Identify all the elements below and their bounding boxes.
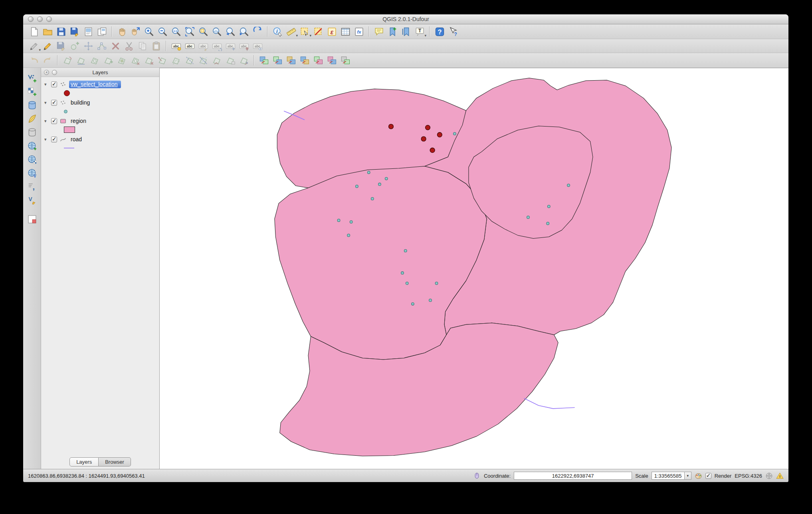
- new-print-composer-button[interactable]: [82, 26, 95, 38]
- layer-visibility-checkbox[interactable]: [51, 118, 57, 124]
- title-bar[interactable]: QGIS 2.0.1-Dufour: [23, 14, 788, 24]
- open-project-button[interactable]: [41, 26, 54, 38]
- evis-browser-button[interactable]: [298, 54, 311, 66]
- merge-attributes-button[interactable]: [224, 54, 237, 66]
- text-annotation-button[interactable]: T▾: [413, 26, 426, 38]
- redo-button[interactable]: [41, 54, 54, 66]
- refresh-map-button[interactable]: [251, 26, 264, 38]
- zoom-window-button[interactable]: [46, 16, 52, 22]
- render-checkbox[interactable]: [705, 473, 711, 479]
- save-project-as-button[interactable]: [68, 26, 81, 38]
- split-features-button[interactable]: [183, 54, 196, 66]
- layer-visibility-checkbox[interactable]: [51, 136, 57, 142]
- node-tool-button[interactable]: [95, 40, 108, 52]
- new-bookmark-button[interactable]: [386, 26, 399, 38]
- change-label-button[interactable]: abc: [197, 40, 210, 52]
- add-mssql-layer-button[interactable]: [26, 126, 38, 138]
- zoom-next-button[interactable]: [238, 26, 250, 38]
- zoom-to-selection-button[interactable]: [197, 26, 210, 38]
- add-postgis-layer-button[interactable]: [26, 99, 38, 111]
- text-annotation-dropdown-arrow[interactable]: ▾: [424, 34, 426, 38]
- georeferencer-button[interactable]: [257, 54, 270, 66]
- open-attribute-table-button[interactable]: [339, 26, 352, 38]
- add-raster-layer-button[interactable]: [26, 85, 38, 97]
- map-tips-button[interactable]: [372, 26, 385, 38]
- add-wfs-layer-button[interactable]: V: [26, 167, 38, 179]
- dxf2shp-converter-button[interactable]: [285, 54, 297, 66]
- offset-curve-button[interactable]: [170, 54, 182, 66]
- select-features-button[interactable]: ▾: [298, 26, 311, 38]
- rotate-point-symbols-button[interactable]: [238, 54, 250, 66]
- label-settings-button[interactable]: abc: [183, 40, 196, 52]
- gps-tools-button[interactable]: [271, 54, 284, 66]
- fill-ring-button[interactable]: [115, 54, 128, 66]
- zoom-in-button[interactable]: [143, 26, 155, 38]
- new-project-button[interactable]: [28, 26, 40, 38]
- show-bookmarks-button[interactable]: [400, 26, 412, 38]
- expand-arrow-icon[interactable]: ▾: [44, 119, 49, 124]
- spatial-query-button[interactable]: [325, 54, 338, 66]
- rotate-label-button[interactable]: abc: [210, 40, 223, 52]
- move-label-button[interactable]: abc: [224, 40, 237, 52]
- zoom-full-button[interactable]: [183, 26, 196, 38]
- add-ring-button[interactable]: [88, 54, 101, 66]
- save-layer-edits-button[interactable]: [55, 40, 67, 52]
- delete-ring-button[interactable]: [129, 54, 142, 66]
- scale-combo[interactable]: 1:33565585 ▾: [652, 472, 691, 480]
- new-shapefile-layer-button[interactable]: V: [26, 194, 38, 206]
- pin-labels-button[interactable]: abc: [238, 40, 250, 52]
- layer-item-road[interactable]: ▾ road: [41, 134, 159, 144]
- new-spatialite-layer-button[interactable]: [26, 213, 38, 225]
- select-by-expression-button[interactable]: ε: [325, 26, 338, 38]
- pan-to-selection-button[interactable]: [129, 26, 142, 38]
- merge-features-button[interactable]: [210, 54, 223, 66]
- expand-arrow-icon[interactable]: ▾: [44, 82, 49, 87]
- rotate-feature-button[interactable]: [61, 54, 74, 66]
- panel-close-button[interactable]: ×: [44, 70, 49, 75]
- stop-render-icon[interactable]: [695, 472, 702, 480]
- move-feature-button[interactable]: [82, 40, 95, 52]
- measure-dropdown-arrow[interactable]: ▾: [296, 34, 298, 38]
- layer-item-building[interactable]: ▾ building: [41, 98, 159, 107]
- expand-arrow-icon[interactable]: ▾: [44, 100, 49, 105]
- add-wms-layer-button[interactable]: [26, 140, 38, 152]
- add-part-button[interactable]: [102, 54, 115, 66]
- expand-arrow-icon[interactable]: ▾: [44, 137, 49, 142]
- layer-item-region[interactable]: ▾ region: [41, 116, 159, 126]
- mouse-position-icon[interactable]: [473, 472, 481, 480]
- delete-selected-button[interactable]: [109, 40, 122, 52]
- copy-features-button[interactable]: [136, 40, 149, 52]
- road-graph-button[interactable]: [312, 54, 325, 66]
- map-canvas[interactable]: [160, 68, 788, 469]
- deselect-features-button[interactable]: [312, 26, 325, 38]
- field-calculator-button[interactable]: fx: [353, 26, 365, 38]
- minimize-window-button[interactable]: [37, 16, 43, 22]
- current-edits-dropdown-arrow[interactable]: ▾: [39, 48, 41, 52]
- toggle-editing-button[interactable]: [41, 40, 54, 52]
- undo-button[interactable]: [28, 54, 40, 66]
- identify-features-button[interactable]: i: [271, 26, 284, 38]
- scale-dropdown-arrow-icon[interactable]: ▾: [684, 472, 691, 479]
- zoom-to-layer-button[interactable]: [210, 26, 223, 38]
- add-spatialite-layer-button[interactable]: [26, 113, 38, 125]
- add-feature-button[interactable]: [68, 40, 81, 52]
- close-window-button[interactable]: [28, 16, 34, 22]
- tab-browser[interactable]: Browser: [99, 457, 131, 467]
- whats-this-button[interactable]: ?: [447, 26, 459, 38]
- layer-visibility-checkbox[interactable]: [51, 81, 57, 87]
- add-delimited-text-layer-button[interactable]: ,: [26, 180, 38, 192]
- paste-features-button[interactable]: [150, 40, 162, 52]
- messages-warning-icon[interactable]: !: [776, 472, 784, 480]
- show-hide-labels-button[interactable]: abc: [251, 40, 264, 52]
- zoom-native-button[interactable]: 1:1: [170, 26, 182, 38]
- layer-visibility-checkbox[interactable]: [51, 100, 57, 106]
- delete-part-button[interactable]: [143, 54, 155, 66]
- zoom-last-button[interactable]: [224, 26, 237, 38]
- tab-layers[interactable]: Layers: [69, 457, 99, 467]
- crs-status-icon[interactable]: [765, 472, 773, 480]
- add-vector-layer-button[interactable]: [26, 72, 38, 84]
- split-parts-button[interactable]: [197, 54, 210, 66]
- measure-button[interactable]: ▾: [285, 26, 297, 38]
- layer-item-vw-select-location[interactable]: ▾ vw_select_location: [41, 79, 159, 89]
- select-features-dropdown-arrow[interactable]: ▾: [309, 34, 311, 38]
